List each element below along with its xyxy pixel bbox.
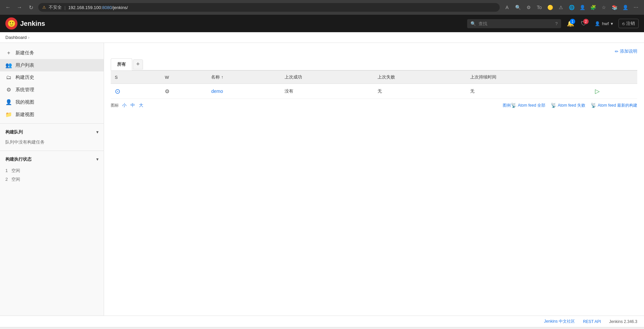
col-last-duration: 上次持续时间 [466,71,591,84]
jenkins-logo[interactable]: 🙂 Jenkins [5,17,45,30]
col-name[interactable]: 名称 ↑ [207,71,281,84]
job-run-button[interactable]: ▷ [595,88,600,95]
icon-size-small[interactable]: 小 [121,102,127,108]
sidebar-item-users[interactable]: 👥 用户列表 [0,59,104,71]
status-bar: 192.168.159.100:8080/jenkins/asynchPeopl… [0,327,644,329]
username-label: hwf [602,21,609,26]
build-queue-collapse-icon[interactable]: ▾ [96,130,98,134]
job-name-cell: demo [207,84,281,99]
address-bar[interactable]: ⚠ 不安全 | 192.168.159.100:8080/jenkins/ [38,3,500,12]
more-button[interactable]: ⋯ [631,3,641,12]
dropdown-arrow-icon: ▾ [611,21,613,26]
executor-2-id: 2 [5,177,8,182]
plus-icon: + [5,50,12,56]
new-view-icon: 📁 [5,111,12,118]
account-icon[interactable]: 👤 [621,3,630,12]
job-demo-link[interactable]: demo [211,89,223,94]
color-icon[interactable]: 🟡 [545,3,555,12]
my-views-icon: 👤 [5,99,12,105]
executor-2-status: 空闲 [11,177,20,182]
extension-icon[interactable]: 🧩 [588,3,598,12]
zoom-icon[interactable]: 🔍 [513,3,523,12]
notification-badge: 1 [570,19,575,24]
sidebar: + 新建任务 👥 用户列表 🗂 构建历史 ⚙ 系统管理 👤 我的视图 📁 新建视… [0,43,104,316]
build-executors-section: 构建执行状态 ▾ 1 空闲 2 空闲 [0,151,104,186]
search-input[interactable] [479,21,553,26]
table-row: ⊙ ⚙ demo 没有 无 无 ▷ [111,84,637,99]
executor-1-id: 1 [5,168,8,173]
nav-buttons[interactable]: ← → ↻ [3,3,36,12]
col-actions [591,71,637,84]
sidebar-item-new-task[interactable]: + 新建任务 [0,47,104,59]
build-queue-section: 构建队列 ▾ 队列中没有构建任务 [0,123,104,148]
atom-feed-fail-link[interactable]: 📡 Atom feed 失败 [551,103,585,108]
globe-icon[interactable]: 🌐 [567,3,576,12]
build-queue-empty-label: 队列中没有构建任务 [5,140,45,145]
sidebar-item-build-history[interactable]: 🗂 构建历史 [0,71,104,84]
add-tab-button[interactable]: + [133,59,143,69]
table-footer: 图标 小 中 大 图例 📡 Atom feed 全部 📡 Atom feed 失… [111,99,637,108]
atom-latest-label: Atom feed 最新的构建 [598,103,637,108]
refresh-button[interactable]: ↻ [26,3,36,12]
build-executors-collapse-icon[interactable]: ▾ [96,157,98,162]
sidebar-item-system-manage[interactable]: ⚙ 系统管理 [0,84,104,96]
logout-icon: ⎋ [622,21,625,26]
profile-icon[interactable]: To [535,3,544,12]
warning-icon[interactable]: ⚠ [556,3,565,12]
content-area: ✏ 添加说明 所有 + S W 名称 ↑ 上次成功 上次失败 [104,43,644,316]
browser-actions[interactable]: A 🔍 ⚙ To 🟡 ⚠ 🌐 👤 🧩 ☆ 📚 👤 ⋯ [502,3,641,12]
jenkins-header: 🙂 Jenkins 🔍 ? 🔔 1 🛡 2 👤 hwf ▾ ⎋ 注销 [0,15,644,32]
breadcrumb-dashboard[interactable]: Dashboard [5,35,27,40]
executor-1: 1 空闲 [5,166,98,175]
build-executors-title: 构建执行状态 [5,156,32,162]
build-queue-title: 构建队列 [5,129,23,135]
system-manage-icon: ⚙ [5,87,12,93]
community-link[interactable]: Jenkins 中文社区 [544,319,575,324]
user-menu[interactable]: 👤 hwf ▾ [592,20,616,28]
star-icon[interactable]: ☆ [599,3,608,12]
user-icon[interactable]: 👤 [578,3,587,12]
icon-label: 图标 [111,103,119,108]
pencil-icon: ✏ [615,49,618,54]
search-box[interactable]: 🔍 ? [467,19,561,28]
sidebar-item-new-view[interactable]: 📁 新建视图 [0,108,104,121]
help-icon[interactable]: ? [555,21,558,26]
rest-api-link[interactable]: REST API [583,319,601,324]
executor-2: 2 空闲 [5,175,98,184]
tab-all[interactable]: 所有 [111,58,132,70]
view-tabs: 所有 + [111,58,637,70]
page-footer: Jenkins 中文社区 REST API Jenkins 2.346.3 [0,316,644,327]
atom-latest-icon: 📡 [591,103,596,108]
col-s: S [111,71,161,84]
forward-button[interactable]: → [15,3,24,12]
atom-fail-label: Atom feed 失败 [558,103,585,108]
sidebar-users-label: 用户列表 [15,62,34,68]
content-inner: ✏ 添加说明 所有 + S W 名称 ↑ 上次成功 上次失败 [104,43,644,114]
icon-size-controls: 图标 小 中 大 [111,102,144,108]
icon-size-large[interactable]: 大 [138,102,144,108]
build-queue-header[interactable]: 构建队列 ▾ [0,126,104,138]
atom-fail-icon: 📡 [551,103,556,108]
logout-button[interactable]: ⎋ 注销 [618,19,639,28]
sidebar-new-task-label: 新建任务 [15,50,34,56]
settings-icon[interactable]: ⚙ [524,3,533,12]
add-description-link[interactable]: ✏ 添加说明 [615,48,637,54]
build-executors-header[interactable]: 构建执行状态 ▾ [0,154,104,165]
notification-bell[interactable]: 🔔 1 [565,18,576,29]
security-alerts[interactable]: 🛡 2 [579,18,589,29]
icon-size-medium[interactable]: 中 [130,102,136,108]
browser-chrome: ← → ↻ ⚠ 不安全 | 192.168.159.100:8080/jenki… [0,0,644,15]
sidebar-new-view-label: 新建视图 [15,112,34,118]
security-badge: 2 [583,19,589,24]
back-button[interactable]: ← [3,3,13,12]
legend-link[interactable]: 图例 [503,103,511,108]
col-last-fail: 上次失败 [374,71,466,84]
sidebar-item-my-views[interactable]: 👤 我的视图 [0,96,104,108]
atom-feed-latest-link[interactable]: 📡 Atom feed 最新的构建 [591,103,637,108]
collection-icon[interactable]: 📚 [610,3,619,12]
translate-icon[interactable]: A [502,3,512,12]
user-icon: 👤 [595,21,600,26]
jenkins-title: Jenkins [20,20,45,28]
atom-feed-all-link[interactable]: 📡 Atom feed 全部 [511,103,545,108]
job-status-icon: ⊙ [111,84,161,99]
